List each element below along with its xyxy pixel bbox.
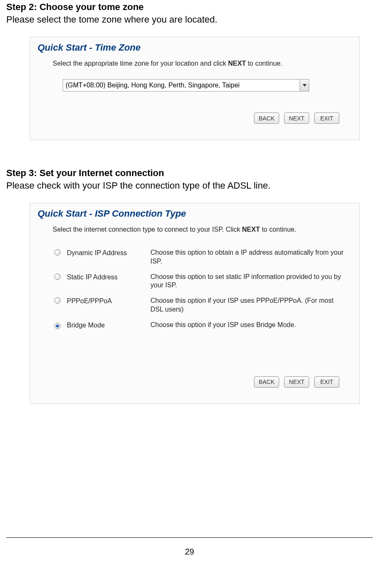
- step3-desc: Please check with your ISP the connectio…: [6, 180, 373, 191]
- isp-option-label: Static IP Address: [67, 273, 150, 281]
- isp-option-label: Bridge Mode: [67, 321, 150, 329]
- exit-button[interactable]: EXIT: [314, 112, 339, 124]
- timezone-instruction-post: to continue.: [246, 60, 282, 67]
- step2-desc: Please select the tome zone where you ar…: [6, 14, 373, 25]
- svg-marker-0: [303, 84, 307, 87]
- isp-option-desc: Choose this option if your ISP uses Brid…: [150, 321, 348, 330]
- isp-button-row: BACK NEXT EXIT: [38, 376, 339, 388]
- timezone-instruction: Select the appropriate time zone for you…: [53, 60, 352, 67]
- radio-dynamic[interactable]: [54, 249, 61, 256]
- isp-panel-title: Quick Start - ISP Connection Type: [38, 208, 352, 219]
- step2-heading: Step 2: Choose your tome zone: [6, 0, 373, 13]
- exit-button[interactable]: EXIT: [314, 376, 339, 388]
- step3-heading: Step 3: Set your Internet connection: [6, 166, 373, 179]
- isp-instruction-post: to continue.: [260, 226, 296, 233]
- timezone-instruction-bold: NEXT: [228, 60, 246, 67]
- isp-instruction-pre: Select the internet connection type to c…: [53, 226, 242, 233]
- next-button[interactable]: NEXT: [284, 376, 309, 388]
- isp-options: Dynamic IP Address Choose this option to…: [54, 245, 348, 333]
- timezone-select-wrap: (GMT+08:00) Beijing, Hong Kong, Perth, S…: [63, 79, 335, 92]
- isp-option-pppoe[interactable]: PPPoE/PPPoA Choose this option if your I…: [54, 293, 348, 317]
- isp-option-label: PPPoE/PPPoA: [67, 297, 150, 305]
- isp-option-desc: Choose this option to obtain a IP addres…: [150, 248, 348, 266]
- radio-bridge[interactable]: [54, 323, 61, 329]
- isp-panel: Quick Start - ISP Connection Type Select…: [30, 203, 360, 404]
- back-button[interactable]: BACK: [254, 376, 279, 388]
- isp-option-dynamic[interactable]: Dynamic IP Address Choose this option to…: [54, 245, 348, 269]
- isp-option-desc: Choose this option if your ISP uses PPPo…: [150, 297, 348, 314]
- chevron-down-icon: [300, 79, 309, 91]
- radio-pppoe[interactable]: [54, 297, 61, 304]
- timezone-select[interactable]: (GMT+08:00) Beijing, Hong Kong, Perth, S…: [63, 79, 309, 92]
- isp-instruction-bold: NEXT: [242, 226, 260, 233]
- back-button[interactable]: BACK: [254, 112, 279, 124]
- page-footer: 29: [6, 537, 373, 557]
- radio-static[interactable]: [54, 274, 61, 280]
- isp-instruction: Select the internet connection type to c…: [53, 226, 352, 233]
- timezone-panel: Quick Start - Time Zone Select the appro…: [30, 37, 360, 140]
- step2-section: Step 2: Choose your tome zone Please sel…: [6, 0, 373, 140]
- timezone-button-row: BACK NEXT EXIT: [38, 112, 339, 124]
- isp-option-static[interactable]: Static IP Address Choose this option to …: [54, 269, 348, 294]
- next-button[interactable]: NEXT: [284, 112, 309, 124]
- timezone-instruction-pre: Select the appropriate time zone for you…: [53, 60, 228, 67]
- timezone-panel-title: Quick Start - Time Zone: [38, 42, 352, 53]
- step3-section: Step 3: Set your Internet connection Ple…: [6, 166, 373, 404]
- page-number: 29: [185, 547, 194, 556]
- timezone-select-value: (GMT+08:00) Beijing, Hong Kong, Perth, S…: [66, 82, 239, 89]
- isp-option-desc: Choose this option to set static IP info…: [150, 273, 348, 290]
- isp-option-label: Dynamic IP Address: [67, 248, 150, 257]
- isp-option-bridge[interactable]: Bridge Mode Choose this option if your I…: [54, 317, 348, 333]
